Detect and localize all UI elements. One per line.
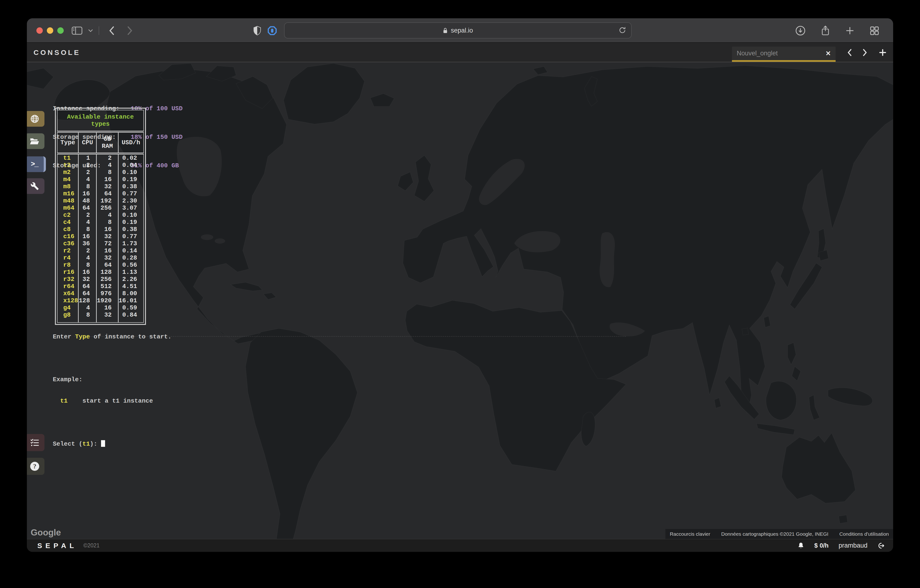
- table-row: m64 64 256 3.07: [57, 204, 144, 212]
- cell-cpu: 32: [78, 276, 97, 283]
- table-row: m8 8 32 0.38: [57, 183, 144, 190]
- cell-ram: 512: [97, 283, 118, 290]
- sidebar-item-terminal[interactable]: >_: [27, 156, 46, 172]
- cell-cpu: 4: [78, 254, 97, 261]
- url-bar[interactable]: sepal.io: [284, 22, 632, 39]
- logout-icon[interactable]: [878, 542, 884, 549]
- globe-icon: [30, 114, 39, 123]
- username[interactable]: prambaud: [839, 542, 867, 549]
- cell-cpu: 64: [78, 290, 97, 297]
- content-blocker-icon[interactable]: [267, 26, 277, 36]
- footer-right: $ 0/h prambaud: [798, 542, 884, 549]
- cell-cpu: 1: [78, 154, 97, 162]
- sidebar-item-tasks[interactable]: [27, 434, 44, 451]
- screen: sepal.io: [0, 0, 920, 588]
- task-list-icon: [30, 439, 39, 447]
- table-row: m4 4 16 0.19: [57, 176, 144, 183]
- cell-cpu: 2: [78, 247, 97, 254]
- reload-icon[interactable]: [618, 26, 627, 34]
- cell-price: 0.02: [118, 154, 144, 162]
- cell-price: 0.14: [118, 247, 144, 254]
- table-row: r32 32 256 2.26: [57, 276, 144, 283]
- column-header-ram: GB RAM: [97, 132, 118, 154]
- cell-ram: 16: [97, 176, 118, 183]
- map-data-credit: Données cartographiques ©2021 Google, IN…: [721, 531, 828, 537]
- lock-icon: [443, 27, 448, 34]
- table-row: c36 36 72 1.73: [57, 240, 144, 247]
- cell-type: c36: [57, 240, 78, 247]
- cell-price: 0.10: [118, 212, 144, 219]
- shield-icon[interactable]: [253, 26, 261, 36]
- cell-price: 4.51: [118, 283, 144, 290]
- cell-cpu: 36: [78, 240, 97, 247]
- sidebar-toggle-icon[interactable]: [71, 26, 83, 35]
- cell-cpu: 64: [78, 283, 97, 290]
- table-row: r16 16 128 1.13: [57, 269, 144, 276]
- cell-ram: 64: [97, 261, 118, 269]
- console-tab-name[interactable]: Nouvel_onglet: [737, 50, 778, 57]
- cell-ram: 8: [97, 169, 118, 176]
- sidebar-item-help[interactable]: ?: [27, 458, 44, 475]
- table-title: Available instance types: [57, 110, 144, 132]
- new-tab-icon[interactable]: [845, 26, 855, 36]
- prompt-example-label: Example:: [53, 376, 172, 383]
- cell-type: r32: [57, 276, 78, 283]
- cell-ram: 256: [97, 276, 118, 283]
- app-footer: SEPAL ©2021 $ 0/h prambaud: [27, 539, 893, 552]
- cell-price: 0.19: [118, 219, 144, 226]
- chevron-down-icon[interactable]: [88, 29, 93, 32]
- cell-ram: 192: [97, 197, 118, 204]
- cell-cpu: 64: [78, 204, 97, 212]
- notifications-bell-icon[interactable]: [798, 542, 804, 549]
- forward-icon[interactable]: [126, 26, 133, 36]
- cell-ram: 256: [97, 204, 118, 212]
- cell-cpu: 4: [78, 219, 97, 226]
- add-tab-icon[interactable]: [878, 43, 887, 62]
- cell-ram: 8: [97, 219, 118, 226]
- terminal-cursor: [101, 440, 105, 447]
- table-row: m48 48 192 2.30: [57, 197, 144, 204]
- cell-price: 0.56: [118, 261, 144, 269]
- downloads-icon[interactable]: [795, 26, 806, 36]
- sidebar-item-process[interactable]: [27, 111, 44, 127]
- prompt-input-line[interactable]: Select (t1):: [53, 440, 172, 447]
- toolbar-divider: [99, 26, 99, 35]
- close-icon[interactable]: ✕: [825, 50, 831, 57]
- cell-type: c8: [57, 226, 78, 233]
- cell-type: m2: [57, 169, 78, 176]
- cell-cpu: 2: [78, 212, 97, 219]
- zoom-window-button[interactable]: [57, 28, 64, 34]
- cell-ram: 32: [97, 254, 118, 261]
- cell-price: 1.73: [118, 240, 144, 247]
- close-window-button[interactable]: [36, 28, 43, 34]
- minimize-window-button[interactable]: [47, 28, 53, 34]
- cell-cpu: 16: [78, 233, 97, 240]
- map-canvas[interactable]: >_ ?: [27, 62, 893, 539]
- cell-ram: 976: [97, 290, 118, 297]
- console-tab[interactable]: Nouvel_onglet ✕: [732, 47, 836, 62]
- keyboard-shortcuts-link[interactable]: Raccourcis clavier: [670, 531, 710, 537]
- cell-ram: 16: [97, 247, 118, 254]
- cell-cpu: 128: [78, 297, 97, 304]
- hourly-cost[interactable]: $ 0/h: [814, 542, 828, 549]
- terms-link[interactable]: Conditions d'utilisation: [839, 531, 889, 537]
- cell-type: r2: [57, 247, 78, 254]
- sidebar-item-apps[interactable]: [27, 178, 44, 194]
- sidebar-item-files[interactable]: [27, 133, 44, 149]
- next-tab-icon[interactable]: [862, 43, 868, 62]
- wrench-icon: [31, 182, 39, 190]
- cell-price: 0.38: [118, 226, 144, 233]
- cell-ram: 4: [97, 162, 118, 169]
- cell-ram: 4: [97, 212, 118, 219]
- cell-type: m8: [57, 183, 78, 190]
- tab-overview-icon[interactable]: [869, 26, 880, 36]
- cell-price: 16.01: [118, 297, 144, 304]
- cell-price: 0.28: [118, 254, 144, 261]
- cell-ram: 16: [97, 304, 118, 311]
- browser-toolbar[interactable]: sepal.io: [27, 18, 893, 43]
- previous-tab-icon[interactable]: [847, 43, 853, 62]
- share-icon[interactable]: [820, 25, 830, 36]
- back-icon[interactable]: [108, 26, 115, 36]
- table-row: r8 8 64 0.56: [57, 261, 144, 269]
- cell-type: x128: [57, 297, 78, 304]
